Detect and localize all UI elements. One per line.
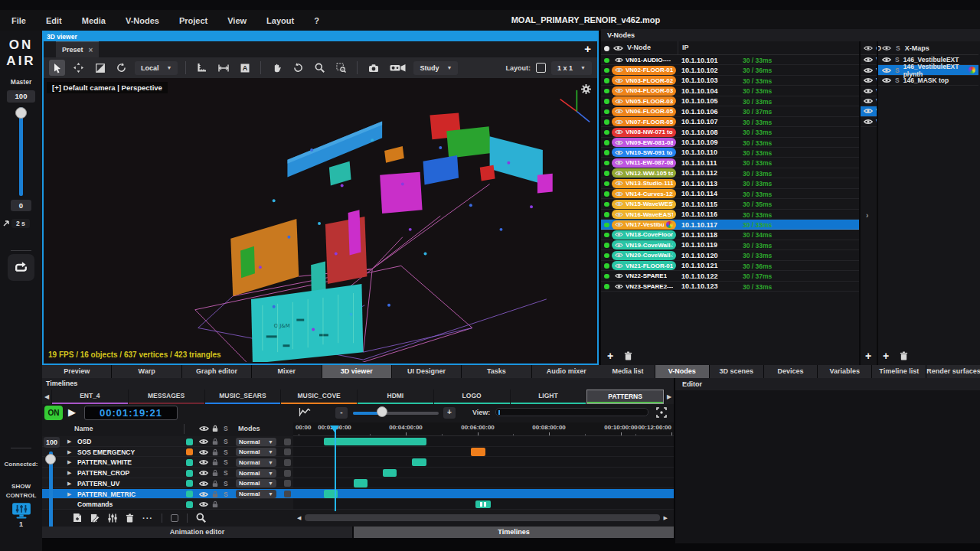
visibility-eye-icon[interactable]	[882, 77, 891, 83]
blend-mode-dropdown[interactable]: Normal▼	[236, 458, 276, 467]
visibility-eye-icon[interactable]	[864, 57, 873, 63]
track-lane-pattern-uv[interactable]	[293, 478, 674, 489]
track-row-pattern-metric[interactable]: ▶PATTERN_METRICSNormal▼	[42, 489, 293, 500]
visibility-eye-icon[interactable]	[882, 67, 891, 73]
vnode-row[interactable]: VN05-FLOOR-034-010.1.10.10530 / 33ms	[601, 96, 859, 106]
vnode-row[interactable]: VN12-WW-105 to 110.1.10.11230 / 33ms	[601, 168, 859, 178]
output-row[interactable]: V	[861, 86, 877, 96]
timeline-fader-value[interactable]: 100	[44, 437, 60, 448]
visibility-eye-icon[interactable]	[615, 212, 623, 217]
playhead-line[interactable]	[335, 427, 336, 511]
track-row-sos-emergency[interactable]: ▶SOS EMERGENCYSNormal▼	[42, 447, 293, 458]
link-loop-button[interactable]	[8, 254, 34, 281]
play-button[interactable]: ▶	[68, 406, 76, 418]
expand-arrow-icon[interactable]: ▶	[67, 481, 71, 487]
output-row[interactable]: V	[861, 117, 877, 127]
vnode-row[interactable]: VN07-FLOOR-054-010.1.10.10730 / 33ms	[601, 117, 859, 127]
visibility-eye-icon[interactable]	[615, 67, 623, 73]
track-lane-pattern-white[interactable]	[293, 457, 674, 468]
vnode-row[interactable]: VN20-CoveWall-1610.1.10.12030 / 33ms	[601, 250, 859, 260]
visibility-eye-icon[interactable]	[864, 77, 873, 83]
timeline-tab-messages[interactable]: MESSAGES	[129, 390, 204, 404]
visibility-eye-icon[interactable]	[615, 232, 623, 237]
output-row[interactable]: V	[861, 55, 877, 65]
visibility-eye-icon[interactable]	[615, 181, 623, 186]
vnode-row[interactable]: VN01-AUDIO----10.1.10.10130 / 33ms	[601, 55, 859, 65]
zoom-tool-button[interactable]	[312, 60, 328, 76]
bottom-tab-animation-editor[interactable]: Animation editor	[42, 527, 352, 538]
menu-item-file[interactable]: File	[11, 16, 26, 25]
tab-devices[interactable]: Devices	[764, 365, 818, 378]
visibility-eye-icon[interactable]	[882, 45, 891, 51]
zoom-in-button[interactable]: +	[443, 407, 456, 419]
vnode-row[interactable]: VN22-SPARE110.1.10.12230 / 37ms	[601, 271, 859, 281]
menu-item-layout[interactable]: Layout	[266, 16, 294, 25]
solo-toggle[interactable]: S	[895, 56, 900, 64]
visibility-eye-icon[interactable]	[199, 449, 208, 455]
visibility-eye-icon[interactable]	[615, 78, 623, 83]
vnode-row[interactable]: VN21-FLOOR-015-010.1.10.12130 / 36ms	[601, 261, 859, 271]
zoom-region-tool-button[interactable]	[333, 60, 349, 76]
track-color-chip[interactable]	[186, 459, 193, 466]
track-mini-box[interactable]	[284, 459, 291, 466]
output-row[interactable]: V	[861, 65, 877, 75]
timeline-zoom-thumb[interactable]	[377, 406, 387, 417]
curve-editor-icon[interactable]	[299, 407, 311, 417]
timeline-tabs-scroll-left[interactable]: ◀	[42, 390, 51, 404]
solo-toggle[interactable]: S	[895, 67, 900, 74]
viewport-3d[interactable]: O J&M	[44, 78, 597, 362]
timeline-horizontal-scrollbar[interactable]: ◀ ▶	[297, 514, 668, 522]
vnode-row[interactable]: VN11-EW-087-088-10.1.10.11130 / 33ms	[601, 158, 859, 168]
track-settings-sliders-icon[interactable]	[108, 514, 117, 523]
menu-item--[interactable]: ?	[314, 16, 319, 25]
move-tool-button[interactable]	[70, 60, 87, 76]
timeline-tab-logo[interactable]: LOGO	[434, 390, 510, 404]
visibility-eye-icon[interactable]	[615, 222, 623, 227]
pause-cue-clip[interactable]	[475, 500, 491, 509]
solo-toggle[interactable]: S	[224, 469, 228, 477]
search-icon[interactable]	[196, 513, 206, 523]
visibility-eye-icon[interactable]	[199, 459, 208, 465]
timeline-tab-patterns[interactable]: PATTERNS	[586, 390, 664, 404]
vnode-row[interactable]: VN23-SPARE2----10.1.10.12330 / 33ms	[601, 282, 859, 292]
pan-hand-tool-button[interactable]	[269, 60, 285, 76]
timeline-tab-ent-4[interactable]: ENT_4	[52, 390, 128, 404]
timeline-tab-music-sears[interactable]: MUSIC_SEARS	[205, 390, 281, 404]
lock-icon[interactable]	[212, 458, 218, 466]
vnode-row[interactable]: VN13-Studio-111 t10.1.10.11330 / 33ms	[601, 178, 859, 188]
tab-render-surfaces[interactable]: Render surfaces	[926, 365, 980, 378]
playhead-marker[interactable]	[330, 425, 339, 432]
track-row-pattern-uv[interactable]: ▶PATTERN_UVSNormal▼	[42, 478, 293, 489]
camera-snapshot-button[interactable]	[365, 60, 381, 76]
master-status-dot[interactable]	[604, 46, 609, 51]
coordinate-space-dropdown[interactable]: Local▼	[135, 61, 178, 75]
vnode-row[interactable]: VN02-FLOOR-011 t10.1.10.10230 / 36ms	[601, 65, 859, 75]
track-color-chip[interactable]	[186, 501, 193, 508]
tab-preview[interactable]: Preview	[42, 365, 111, 378]
solo-toggle[interactable]: S	[224, 491, 228, 498]
fit-view-icon[interactable]	[656, 407, 667, 418]
visibility-eye-icon[interactable]	[615, 284, 623, 289]
vnode-row[interactable]: VN19-CoveWall-1610.1.10.11930 / 33ms	[601, 240, 859, 250]
delete-xmap-trash-icon[interactable]	[900, 351, 908, 360]
preset-tab[interactable]: Preset ×	[56, 41, 99, 57]
tab-3d-viewer[interactable]: 3D viewer	[322, 365, 391, 378]
annotation-tool-button[interactable]: A	[237, 60, 253, 76]
visibility-eye-icon[interactable]	[615, 57, 623, 63]
add-tab-button[interactable]: +	[584, 42, 591, 55]
track-row-commands[interactable]: Commands	[42, 499, 293, 510]
timeline-clip[interactable]	[471, 448, 485, 456]
scroll-right-arrow-icon[interactable]: ▶	[660, 515, 668, 521]
expand-arrow-icon[interactable]: ▶	[67, 491, 71, 497]
add-xmap-button[interactable]: +	[883, 351, 889, 360]
tab-v-nodes[interactable]: V-Nodes	[655, 365, 709, 378]
track-lane-commands[interactable]	[293, 499, 674, 510]
zoom-out-button[interactable]: -	[335, 407, 348, 419]
view-range-scrollbar[interactable]	[495, 408, 648, 416]
solo-toggle[interactable]: S	[224, 458, 228, 466]
edit-cue-icon[interactable]	[90, 514, 100, 523]
vnode-row[interactable]: VN15-WaveWEST-110.1.10.11530 / 35ms	[601, 199, 859, 209]
menu-item-media[interactable]: Media	[82, 16, 106, 25]
timeline-on-button[interactable]: ON	[44, 406, 63, 420]
timeline-tab-music-cove[interactable]: MUSIC_COVE	[281, 390, 357, 404]
